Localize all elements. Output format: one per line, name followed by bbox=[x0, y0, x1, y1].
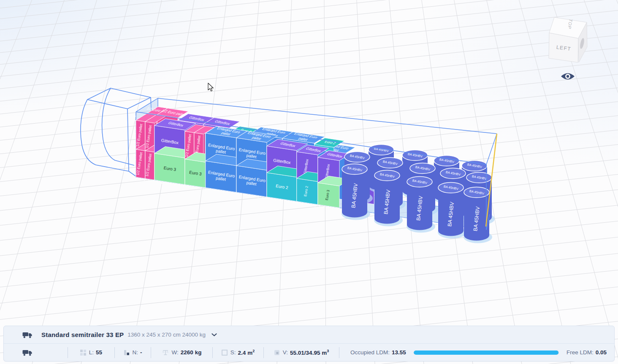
cargo-cylinder[interactable]: BA 45HBVBA 45HBV bbox=[407, 177, 435, 233]
stat-value: 55 bbox=[96, 349, 102, 356]
ldm-progress-bar bbox=[414, 351, 559, 355]
load-plan-3d-view[interactable]: 1/2 Euro pallet1/2 Euro palletGitterBoxG… bbox=[0, 0, 618, 364]
chevron-down-icon[interactable] bbox=[211, 333, 217, 337]
loads-grid-icon bbox=[80, 350, 86, 356]
trailer-info-panel: Standard semitrailer 33 EP 1360 x 245 x … bbox=[3, 326, 615, 361]
stat-label: L: bbox=[89, 349, 94, 356]
stat-groups: N: - bbox=[115, 347, 151, 358]
stat-volume: V: 55.01/34.95 m3 bbox=[264, 347, 339, 358]
stat-label: W: bbox=[172, 349, 179, 356]
unit-superscript: 2 bbox=[252, 349, 255, 353]
weight-scale-icon bbox=[162, 350, 169, 356]
cargo-cylinder[interactable]: BA 45HBVBA 45HBV bbox=[374, 170, 403, 226]
stack-icon bbox=[124, 350, 130, 356]
cargo-cylinders: BA 45HBVBA 45HBVBA 45HBVBA 45HBVBA 45HBV… bbox=[342, 145, 495, 243]
view-cube[interactable]: TOPLEFT bbox=[549, 17, 587, 62]
occupied-ldm-label: Occupied LDM: bbox=[350, 349, 390, 356]
stat-area: S: 2.4 m2 bbox=[213, 347, 264, 358]
cargo-cylinder[interactable]: BA 45HBVBA 45HBV bbox=[464, 187, 492, 243]
scene-3d-canvas[interactable]: 1/2 Euro pallet1/2 Euro palletGitterBoxG… bbox=[0, 0, 618, 364]
ldm-progress-fill bbox=[414, 351, 558, 355]
free-ldm-label: Free LDM: bbox=[566, 349, 594, 356]
stat-value: 2260 kg bbox=[181, 349, 202, 356]
stat-value: 2.4 m2 bbox=[238, 349, 255, 356]
mouse-cursor bbox=[208, 83, 213, 91]
cargo-cylinder[interactable]: BA 45HBVBA 45HBV bbox=[342, 164, 370, 220]
visibility-eye-button[interactable] bbox=[561, 73, 575, 80]
truck-icon bbox=[22, 331, 33, 339]
stats-bar: L: 55 N: - W: 2260 kg bbox=[4, 344, 614, 361]
area-icon bbox=[222, 350, 228, 356]
trailer-title: Standard semitrailer 33 EP bbox=[41, 331, 124, 338]
cargo-cylinder[interactable]: BA 45HBVBA 45HBV bbox=[438, 183, 466, 239]
stat-value: 55.01/34.95 m3 bbox=[290, 349, 329, 356]
stat-weight: W: 2260 kg bbox=[151, 347, 213, 358]
stat-label: V: bbox=[283, 349, 288, 356]
occupied-ldm-value: 13.55 bbox=[392, 349, 406, 356]
unit-superscript: 3 bbox=[327, 349, 329, 353]
truck-icon bbox=[4, 347, 68, 358]
volume-icon bbox=[274, 350, 280, 356]
stat-label: S: bbox=[230, 349, 236, 356]
stat-value: - bbox=[140, 349, 142, 356]
stat-label: N: bbox=[133, 349, 138, 356]
stat-loads: L: 55 bbox=[68, 347, 115, 358]
free-ldm-value: 0.05 bbox=[596, 349, 607, 356]
trailer-dimensions: 1360 x 245 x 270 cm 24000 kg bbox=[127, 332, 206, 338]
ldm-section: Occupied LDM: 13.55 Free LDM: 0.05 bbox=[339, 347, 614, 358]
trailer-selector[interactable]: Standard semitrailer 33 EP 1360 x 245 x … bbox=[4, 326, 614, 344]
